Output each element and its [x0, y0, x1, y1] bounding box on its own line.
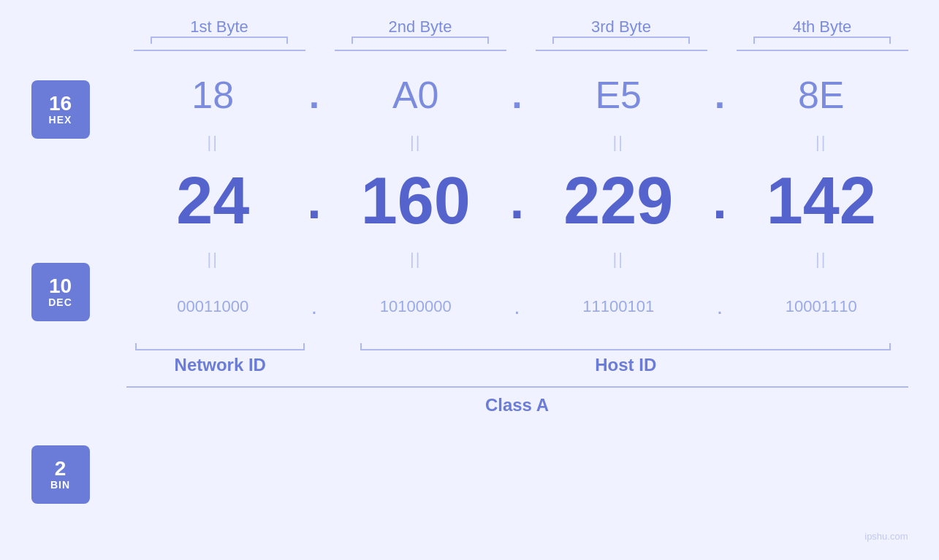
hex-number: 16 — [49, 93, 72, 114]
eq-row-1: || || || || — [126, 124, 908, 161]
hex-byte4: 8E — [734, 73, 908, 117]
bin-badge: 2 BIN — [31, 445, 90, 504]
watermark-container: ipshu.com — [31, 529, 908, 542]
main-container: 1st Byte 2nd Byte 3rd Byte 4th Byte 16 H… — [31, 18, 908, 542]
hex-row: 18 . A0 . E5 . 8E — [126, 66, 908, 124]
dec-byte4: 142 — [734, 164, 908, 239]
spacer-1 — [314, 343, 343, 375]
network-id-bracket — [135, 343, 305, 350]
dot-hex-2: . — [503, 76, 532, 114]
dec-byte2: 160 — [329, 164, 503, 239]
byte1-label: 1st Byte — [190, 18, 248, 36]
byte1-header: 1st Byte — [134, 18, 305, 51]
main-grid: 16 HEX 10 DEC 2 BIN 18 . A0 . E5 — [31, 58, 908, 526]
byte2-label: 2nd Byte — [389, 18, 452, 36]
hex-badge: 16 HEX — [31, 80, 90, 139]
eq-row-2: || || || || — [126, 241, 908, 277]
hex-label: HEX — [49, 114, 72, 126]
byte4-header: 4th Byte — [737, 18, 908, 51]
eq-byte2-1: || — [329, 133, 503, 152]
class-label: Class A — [485, 395, 549, 415]
hex-byte3: E5 — [532, 73, 706, 117]
network-id-bracket-container: Network ID — [126, 343, 315, 375]
byte2-header: 2nd Byte — [335, 18, 506, 51]
dec-row: 24 . 160 . 229 . 142 — [126, 161, 908, 241]
dot-bin-1: . — [300, 294, 329, 319]
bin-row: 00011000 . 10100000 . 11100101 . 1000111… — [126, 277, 908, 336]
dot-hex-3: . — [705, 76, 734, 114]
host-id-bracket — [360, 343, 891, 350]
eq-byte4-1: || — [734, 133, 908, 152]
dec-byte3: 229 — [532, 164, 706, 239]
hex-byte2: A0 — [329, 73, 503, 117]
class-bracket: Class A — [126, 386, 908, 415]
bin-label: BIN — [50, 479, 70, 491]
class-row: Class A — [126, 386, 908, 415]
byte2-bracket — [351, 37, 489, 44]
byte4-label: 4th Byte — [793, 18, 852, 36]
byte-headers: 1st Byte 2nd Byte 3rd Byte 4th Byte — [134, 18, 908, 51]
values-section: 18 . A0 . E5 . 8E || || || || 24 — [126, 58, 908, 526]
eq-byte1-2: || — [126, 250, 300, 269]
bin-byte3: 11100101 — [532, 297, 706, 316]
eq-byte4-2: || — [734, 250, 908, 269]
host-id-label: Host ID — [343, 355, 908, 375]
watermark: ipshu.com — [864, 531, 908, 542]
id-brackets-row: Network ID Host ID — [126, 343, 908, 375]
dec-label: DEC — [48, 296, 72, 308]
dec-badge: 10 DEC — [31, 263, 90, 321]
byte3-bracket — [552, 37, 690, 44]
network-id-label: Network ID — [126, 355, 315, 375]
host-id-bracket-container: Host ID — [343, 343, 908, 375]
byte1-bracket — [151, 37, 288, 44]
base-labels: 16 HEX 10 DEC 2 BIN — [31, 58, 126, 526]
dot-bin-3: . — [705, 294, 734, 319]
eq-byte2-2: || — [329, 250, 503, 269]
byte3-header: 3rd Byte — [536, 18, 707, 51]
dec-number: 10 — [49, 276, 72, 296]
dot-dec-1: . — [300, 175, 329, 226]
byte3-label: 3rd Byte — [591, 18, 651, 36]
dec-byte1: 24 — [126, 164, 300, 239]
dot-dec-3: . — [705, 175, 734, 226]
eq-byte3-2: || — [532, 250, 706, 269]
eq-byte1-1: || — [126, 133, 300, 152]
dot-dec-2: . — [503, 175, 532, 226]
dot-bin-2: . — [503, 294, 532, 319]
bin-byte1: 00011000 — [126, 297, 300, 316]
hex-byte1: 18 — [126, 73, 300, 117]
dot-hex-1: . — [300, 76, 329, 114]
byte4-bracket — [753, 37, 891, 44]
bin-number: 2 — [55, 459, 66, 479]
bin-byte2: 10100000 — [329, 297, 503, 316]
bin-byte4: 10001110 — [734, 297, 908, 316]
eq-byte3-1: || — [532, 133, 706, 152]
